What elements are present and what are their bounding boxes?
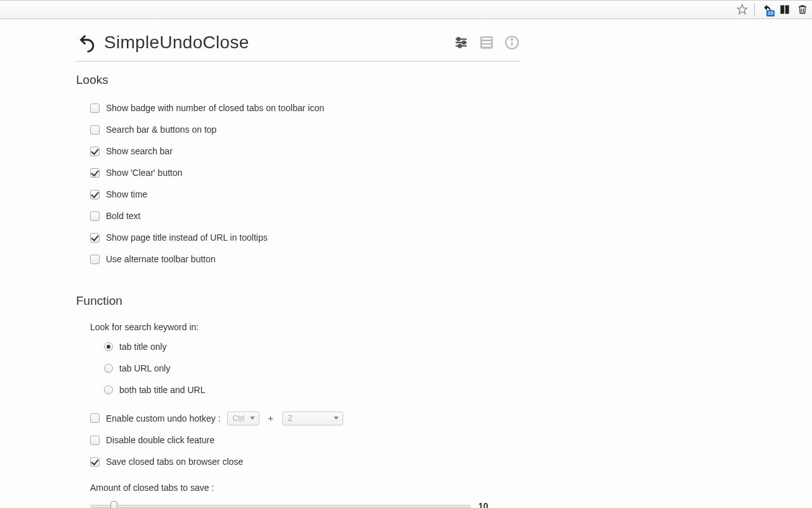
svg-point-4: [462, 41, 465, 44]
radio[interactable]: [104, 342, 113, 351]
amount-label: Amount of closed tabs to save :: [76, 479, 520, 497]
opt-show-badge[interactable]: Show badge with number of closed tabs on…: [76, 97, 520, 119]
svg-point-9: [511, 39, 513, 40]
info-tab-icon[interactable]: [504, 34, 520, 51]
toolbar-separator: [754, 3, 755, 16]
sidepanel-extension-icon[interactable]: [779, 4, 790, 15]
list-tab-icon[interactable]: [478, 34, 495, 51]
option-label: Show 'Clear' button: [106, 166, 183, 180]
svg-point-5: [459, 44, 461, 47]
amount-slider[interactable]: [90, 500, 471, 508]
section-title-function: Function: [76, 294, 520, 308]
svg-marker-0: [738, 5, 747, 14]
search-keyword-label: Look for search keyword in:: [76, 318, 520, 336]
settings-tab-icon[interactable]: [453, 34, 469, 51]
opt-bold-text[interactable]: Bold text: [76, 205, 520, 227]
opt-title-tooltip[interactable]: Show page title instead of URL in toolti…: [76, 227, 520, 248]
header-tabs: [453, 34, 520, 51]
checkbox[interactable]: [90, 255, 100, 264]
checkbox[interactable]: [90, 457, 100, 467]
checkbox[interactable]: [90, 190, 100, 199]
option-label: Save closed tabs on browser close: [106, 455, 243, 469]
opt-show-clear[interactable]: Show 'Clear' button: [76, 162, 520, 184]
opt-show-time[interactable]: Show time: [76, 184, 520, 205]
opt-show-search[interactable]: Show search bar: [76, 140, 520, 162]
opt-search-top[interactable]: Search bar & buttons on top: [76, 119, 520, 140]
amount-value: 10: [478, 501, 488, 508]
option-label: Show page title instead of URL in toolti…: [106, 231, 268, 244]
amount-slider-row: 10: [76, 497, 520, 508]
extension-badge: 10: [766, 10, 775, 17]
svg-rect-1: [780, 5, 784, 14]
undo-logo-icon: [76, 32, 98, 53]
radio-label: both tab title and URL: [119, 383, 205, 397]
checkbox[interactable]: [90, 168, 100, 178]
option-label: Bold text: [106, 209, 140, 223]
checkbox[interactable]: [90, 147, 100, 156]
options-page: SimpleUndoClose Looks Show badge with nu…: [0, 19, 520, 508]
hotkey-plus: +: [268, 411, 273, 425]
option-label: Enable custom undo hotkey :: [106, 411, 221, 425]
browser-toolbar: 10: [0, 0, 812, 19]
slider-track: [90, 505, 471, 508]
radio-label: tab URL only: [119, 361, 170, 375]
opt-save-on-close[interactable]: Save closed tabs on browser close: [76, 451, 520, 472]
svg-rect-6: [481, 37, 492, 48]
option-label: Disable double click feature: [106, 433, 214, 447]
svg-point-3: [457, 37, 460, 40]
hotkey-modifier-select[interactable]: Ctrl: [227, 411, 259, 425]
radio[interactable]: [104, 364, 113, 373]
checkbox[interactable]: [90, 413, 100, 423]
hotkey-key-select[interactable]: Z: [282, 411, 343, 425]
checkbox[interactable]: [90, 125, 100, 135]
option-label: Show search bar: [106, 144, 173, 158]
option-label: Use alternate toolbar button: [106, 252, 216, 266]
trash-icon[interactable]: [797, 4, 808, 15]
opt-disable-dblclick[interactable]: Disable double click feature: [76, 429, 520, 451]
star-icon[interactable]: [737, 4, 748, 15]
option-label: Show time: [106, 187, 147, 201]
page-header: SimpleUndoClose: [76, 32, 520, 62]
section-title-looks: Looks: [76, 73, 520, 87]
radio-title-only[interactable]: tab title only: [76, 336, 520, 358]
page-title: SimpleUndoClose: [104, 32, 453, 53]
option-label: Show badge with number of closed tabs on…: [106, 101, 324, 115]
checkbox[interactable]: [90, 436, 100, 445]
radio-url-only[interactable]: tab URL only: [76, 358, 520, 379]
checkbox[interactable]: [90, 104, 100, 113]
checkbox[interactable]: [90, 211, 100, 221]
radio-both[interactable]: both tab title and URL: [76, 379, 520, 401]
radio-label: tab title only: [119, 340, 167, 354]
radio[interactable]: [104, 385, 113, 394]
svg-rect-2: [785, 5, 789, 14]
slider-thumb[interactable]: [110, 501, 117, 508]
simpleundoclose-extension-icon[interactable]: 10: [761, 4, 773, 15]
opt-custom-hotkey[interactable]: Enable custom undo hotkey : Ctrl + Z: [76, 407, 520, 429]
opt-alt-toolbar[interactable]: Use alternate toolbar button: [76, 248, 520, 270]
checkbox[interactable]: [90, 233, 100, 243]
option-label: Search bar & buttons on top: [106, 123, 216, 137]
